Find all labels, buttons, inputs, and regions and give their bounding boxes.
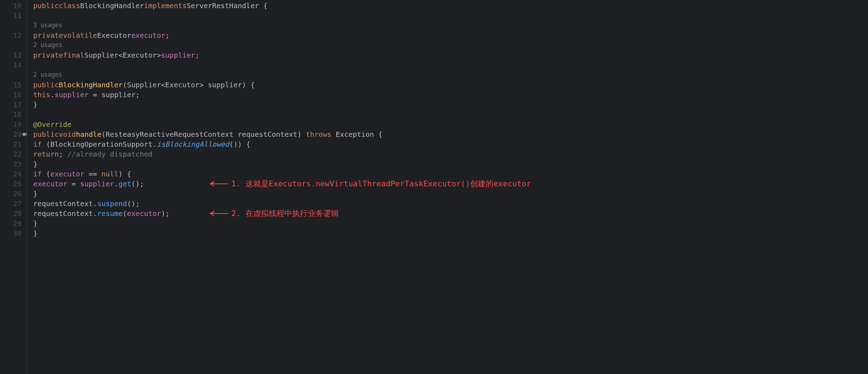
line-number[interactable]: 19: [0, 119, 27, 129]
code-line[interactable]: requestContext.suspend();: [33, 199, 868, 209]
arrow-icon: [210, 210, 228, 217]
line-number[interactable]: 28: [0, 209, 27, 218]
code-line[interactable]: return; //already dispatched: [33, 149, 868, 159]
line-number[interactable]: 12: [0, 30, 27, 40]
arrow-icon: [210, 181, 228, 187]
code-line[interactable]: private final Supplier<Executor> supplie…: [33, 50, 868, 60]
line-number[interactable]: 16: [0, 90, 27, 100]
code-line[interactable]: }: [33, 189, 868, 199]
annotation-text: 2. 在虚拟线程中执行业务逻辑: [231, 208, 339, 219]
usages-hint-line: [0, 21, 27, 30]
line-number[interactable]: 13: [0, 50, 27, 60]
code-line[interactable]: }: [33, 100, 868, 110]
code-line[interactable]: public class BlockingHandler implements …: [33, 1, 868, 11]
code-line[interactable]: [33, 60, 868, 70]
annotation-text: 1. 这就是Executors.newVirtualThreadPerTaskE…: [231, 179, 531, 189]
usages-hint[interactable]: 2 usages: [33, 70, 868, 80]
code-line[interactable]: requestContext.resume(executor); 2. 在虚拟线…: [33, 209, 868, 218]
code-editor: 10 11 12 13 14 15 16 17 18 19 20 O 21 22…: [0, 0, 868, 374]
line-number[interactable]: 25: [0, 179, 27, 189]
line-number[interactable]: 29: [0, 218, 27, 228]
line-number[interactable]: 27: [0, 199, 27, 209]
code-line[interactable]: public void handle(ResteasyReactiveReque…: [33, 129, 868, 139]
usages-hint-line: [0, 70, 27, 80]
code-line[interactable]: executor = supplier.get(); 1. 这就是Executo…: [33, 179, 868, 189]
line-number[interactable]: 17: [0, 100, 27, 110]
line-number[interactable]: 22: [0, 149, 27, 159]
gutter: 10 11 12 13 14 15 16 17 18 19 20 O 21 22…: [0, 0, 27, 374]
code-line[interactable]: this.supplier = supplier;: [33, 90, 868, 100]
line-number[interactable]: 20 O: [0, 129, 27, 139]
line-number[interactable]: 15: [0, 80, 27, 90]
code-line[interactable]: }: [33, 159, 868, 169]
code-line[interactable]: if (executor == null) {: [33, 169, 868, 179]
code-line[interactable]: [33, 11, 868, 21]
svg-text:O: O: [23, 133, 25, 136]
annotation-1: 1. 这就是Executors.newVirtualThreadPerTaskE…: [210, 179, 531, 189]
line-number[interactable]: 18: [0, 110, 27, 119]
usages-hint[interactable]: 2 usages: [33, 40, 868, 50]
code-line[interactable]: if (BlockingOperationSupport.isBlockingA…: [33, 139, 868, 149]
line-number[interactable]: 23: [0, 159, 27, 169]
line-number[interactable]: 30: [0, 228, 27, 238]
usages-hint[interactable]: 3 usages: [33, 21, 868, 30]
annotation-2: 2. 在虚拟线程中执行业务逻辑: [210, 208, 339, 219]
line-number[interactable]: 24: [0, 169, 27, 179]
code-line[interactable]: @Override: [33, 119, 868, 129]
code-line[interactable]: }: [33, 228, 868, 238]
code-area[interactable]: public class BlockingHandler implements …: [27, 0, 868, 374]
line-number[interactable]: 21: [0, 139, 27, 149]
line-number[interactable]: 10: [0, 1, 27, 11]
code-line[interactable]: [33, 110, 868, 119]
code-line[interactable]: public BlockingHandler(Supplier<Executor…: [33, 80, 868, 90]
line-number[interactable]: 26: [0, 189, 27, 199]
line-number[interactable]: 11: [0, 11, 27, 21]
code-line[interactable]: }: [33, 218, 868, 228]
code-line[interactable]: private volatile Executor executor;: [33, 30, 868, 40]
usages-hint-line: [0, 40, 27, 50]
line-number[interactable]: 14: [0, 60, 27, 70]
